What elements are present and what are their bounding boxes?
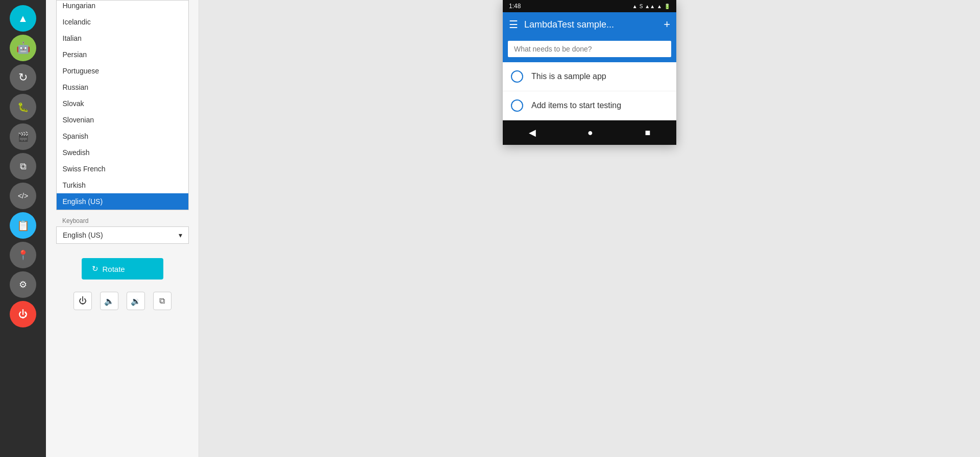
status-time: 1:48 — [509, 3, 521, 10]
nav-bar: ◀ ● ■ — [503, 120, 676, 145]
wifi-icon: ▲▲ — [645, 4, 655, 9]
language-list[interactable]: Brazilian Czech Danish Estonian French (… — [57, 1, 188, 210]
todo-text-2: Add items to start testing — [531, 101, 621, 110]
android-button[interactable]: 🤖 — [10, 35, 36, 61]
list-item[interactable]: Icelandic — [57, 14, 188, 30]
clipboard-button[interactable]: ⧉ — [153, 292, 172, 310]
clipboard-icon: ⧉ — [159, 296, 165, 306]
add-icon[interactable]: + — [664, 18, 670, 31]
list-item[interactable]: Persian — [57, 46, 188, 63]
location-button[interactable]: 📍 — [10, 242, 36, 268]
list-item[interactable]: Slovak — [57, 95, 188, 112]
volume-up-button[interactable]: 🔉 — [127, 292, 145, 310]
app-title: LambdaTest sample... — [524, 19, 657, 30]
recent-button[interactable]: ■ — [645, 128, 650, 138]
power-ctrl-button[interactable]: ⏻ — [74, 292, 92, 310]
phone-wrapper: 1:48 ▲ S ▲▲ ▲ 🔋 ☰ LambdaTest sample... + — [503, 0, 676, 145]
video-button[interactable]: 🎬 — [10, 123, 36, 150]
search-bar — [503, 37, 676, 62]
rotate-icon: ↻ — [92, 264, 99, 273]
list-item[interactable]: Swiss French — [57, 161, 188, 177]
todo-checkbox-1[interactable] — [511, 70, 523, 83]
back-button[interactable]: ◀ — [529, 127, 536, 138]
list-item[interactable]: Slovenian — [57, 112, 188, 128]
power-button[interactable]: ⏻ — [10, 301, 36, 327]
list-item[interactable]: Spanish — [57, 128, 188, 144]
language-dropdown[interactable]: Brazilian Czech Danish Estonian French (… — [56, 0, 189, 210]
scroll-up-button[interactable]: ▲ — [10, 5, 36, 32]
sidebar: ▲ 🤖 ↻ 🐛 🎬 ⧉ </> 📋 📍 ⚙ ⏻ — [0, 0, 46, 457]
menu-icon[interactable]: ☰ — [509, 18, 518, 31]
phone-screen: 1:48 ▲ S ▲▲ ▲ 🔋 ☰ LambdaTest sample... + — [503, 0, 676, 145]
volume-down-icon: 🔈 — [104, 296, 114, 306]
todo-checkbox-2[interactable] — [511, 99, 523, 112]
layers-button[interactable]: ⧉ — [10, 153, 36, 180]
notification-icon: ▲ — [632, 4, 638, 9]
keyboard-selected-value: English (US) — [63, 231, 103, 239]
list-item[interactable]: Portuguese — [57, 63, 188, 79]
list-item[interactable]: Italian — [57, 30, 188, 46]
edit-button[interactable]: 📋 — [10, 212, 36, 239]
power-icon: ⏻ — [79, 296, 87, 306]
keyboard-label: Keyboard — [56, 215, 188, 226]
todo-list: This is a sample app Add items to start … — [503, 62, 676, 120]
status-bar: 1:48 ▲ S ▲▲ ▲ 🔋 — [503, 0, 676, 12]
todo-item-1: This is a sample app — [503, 62, 676, 91]
list-item[interactable]: Hungarian — [57, 1, 188, 14]
list-item[interactable]: Russian — [57, 79, 188, 95]
rotate-label: Rotate — [103, 265, 125, 273]
refresh-button[interactable]: ↻ — [10, 64, 36, 91]
home-button[interactable]: ● — [587, 128, 593, 138]
list-item[interactable]: Swedish — [57, 144, 188, 161]
sim-icon: S — [640, 4, 643, 9]
list-item[interactable]: Turkish — [57, 177, 188, 193]
control-panel: Brazilian Czech Danish Estonian French (… — [46, 0, 199, 457]
status-icons: ▲ S ▲▲ ▲ 🔋 — [632, 4, 670, 9]
settings-button[interactable]: ⚙ — [10, 271, 36, 298]
volume-up-icon: 🔉 — [131, 296, 141, 306]
chevron-down-icon: ▾ — [179, 231, 182, 239]
app-bar: ☰ LambdaTest sample... + — [503, 12, 676, 37]
volume-down-button[interactable]: 🔈 — [100, 292, 118, 310]
signal-icon: ▲ — [657, 4, 662, 9]
list-item-selected[interactable]: English (US) — [57, 193, 188, 210]
code-button[interactable]: </> — [10, 183, 36, 209]
rotate-button[interactable]: ↻ Rotate — [82, 258, 163, 280]
battery-icon: 🔋 — [664, 4, 670, 9]
todo-item-2: Add items to start testing — [503, 91, 676, 120]
search-input[interactable] — [508, 41, 671, 57]
bug-button[interactable]: 🐛 — [10, 94, 36, 120]
todo-text-1: This is a sample app — [531, 72, 606, 81]
keyboard-dropdown[interactable]: English (US) ▾ — [56, 226, 189, 244]
device-controls: ⏻ 🔈 🔉 ⧉ — [46, 292, 199, 310]
main-area: 1:48 ▲ S ▲▲ ▲ 🔋 ☰ LambdaTest sample... + — [199, 0, 980, 457]
